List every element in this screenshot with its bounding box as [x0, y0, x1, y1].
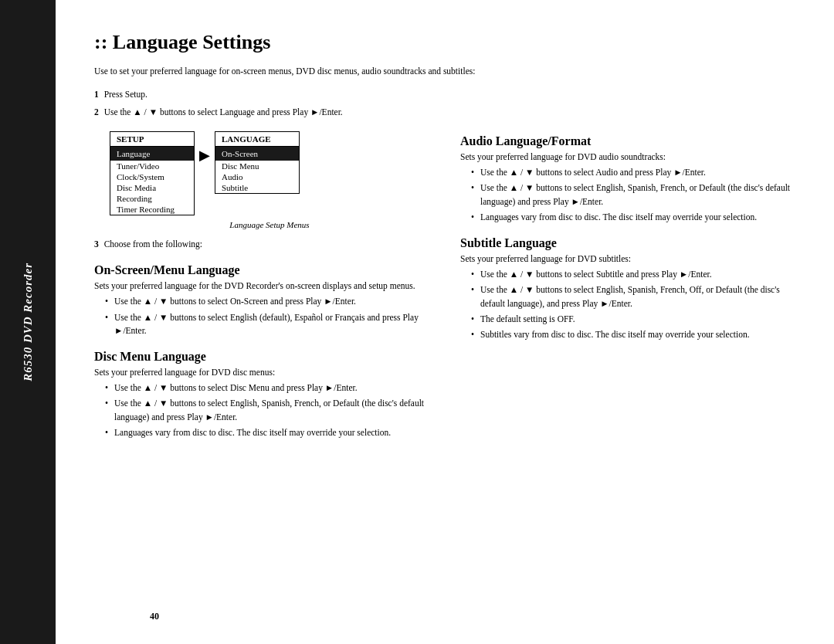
disc-menu-title: Disc Menu Language	[94, 350, 429, 364]
setup-item-1: Tuner/Video	[110, 161, 194, 171]
setup-item-2: Clock/System	[110, 171, 194, 182]
language-header: LANGUAGE	[215, 132, 299, 147]
setup-header: SETUP	[110, 132, 194, 147]
title-dots: ::	[94, 31, 107, 53]
setup-item-3: Disc Media	[110, 182, 194, 193]
language-item-3: Subtitle	[215, 182, 299, 193]
step1-text: Press Setup.	[104, 90, 147, 99]
onscreen-section: On-Screen/Menu Language Sets your prefer…	[94, 263, 429, 337]
subtitle-bullet-2: Use the ▲ / ▼ buttons to select English,…	[471, 283, 795, 310]
setup-item-5: Timer Recording	[110, 204, 194, 215]
intro-text: Use to set your preferred language for o…	[94, 65, 795, 78]
step-2: 2 Use the ▲ / ▼ buttons to select Langua…	[94, 105, 795, 119]
subtitle-bullet-1: Use the ▲ / ▼ buttons to select Subtitle…	[471, 268, 795, 281]
step-3: 3 Choose from the following:	[94, 237, 429, 251]
menu-arrow-icon: ▶	[199, 147, 210, 164]
subtitle-bullet-4: Subtitles vary from disc to disc. The di…	[471, 328, 795, 341]
onscreen-bullets: Use the ▲ / ▼ buttons to select On-Scree…	[94, 295, 429, 337]
step-1: 1 Press Setup.	[94, 87, 795, 101]
disc-menu-section: Disc Menu Language Sets your preferred l…	[94, 350, 429, 439]
page-number: 40	[150, 611, 159, 622]
subtitle-title: Subtitle Language	[460, 236, 795, 250]
menu-diagram: SETUP Language Tuner/Video Clock/System …	[110, 131, 429, 215]
subtitle-bullets: Use the ▲ / ▼ buttons to select Subtitle…	[460, 268, 795, 341]
page-title-area: :: Language Settings	[94, 31, 795, 54]
main-content: :: Language Settings Use to set your pre…	[56, 0, 834, 644]
sidebar-label: R6530 DVD Recorder	[22, 263, 35, 381]
step2-num: 2	[94, 107, 99, 117]
subtitle-subtitle: Sets your preferred language for DVD sub…	[460, 254, 795, 263]
language-menu-box: LANGUAGE On-Screen Disc Menu Audio Subti…	[215, 131, 300, 194]
audio-bullet-3: Languages vary from disc to disc. The di…	[471, 211, 795, 224]
setup-menu-box: SETUP Language Tuner/Video Clock/System …	[110, 131, 195, 215]
audio-section: Audio Language/Format Sets your preferre…	[460, 134, 795, 224]
title-main: Language Settings	[107, 31, 270, 53]
setup-selected: Language	[110, 147, 194, 161]
onscreen-bullet-2: Use the ▲ / ▼ buttons to select English …	[105, 311, 429, 338]
disc-menu-bullet-2: Use the ▲ / ▼ buttons to select English,…	[105, 397, 429, 424]
step2-text: Use the ▲ / ▼ buttons to select Language…	[104, 107, 343, 117]
audio-bullet-1: Use the ▲ / ▼ buttons to select Audio an…	[471, 166, 795, 179]
audio-subtitle: Sets your preferred language for DVD aud…	[460, 152, 795, 161]
step1-num: 1	[94, 90, 99, 99]
disc-menu-bullets: Use the ▲ / ▼ buttons to select Disc Men…	[94, 381, 429, 439]
audio-title: Audio Language/Format	[460, 134, 795, 148]
subtitle-bullet-3: The default setting is OFF.	[471, 313, 795, 326]
disc-menu-bullet-3: Languages vary from disc to disc. The di…	[105, 426, 429, 439]
disc-menu-subtitle: Sets your preferred language for DVD dis…	[94, 368, 429, 377]
language-item-2: Audio	[215, 171, 299, 182]
right-column: Audio Language/Format Sets your preferre…	[460, 122, 795, 446]
audio-bullets: Use the ▲ / ▼ buttons to select Audio an…	[460, 166, 795, 224]
disc-menu-bullet-1: Use the ▲ / ▼ buttons to select Disc Men…	[105, 381, 429, 395]
step3-num: 3	[94, 239, 99, 249]
audio-bullet-2: Use the ▲ / ▼ buttons to select English,…	[471, 181, 795, 208]
two-columns: SETUP Language Tuner/Video Clock/System …	[94, 122, 795, 446]
sidebar: R6530 DVD Recorder	[0, 0, 56, 644]
left-column: SETUP Language Tuner/Video Clock/System …	[94, 122, 429, 446]
step3-text: Choose from the following:	[104, 239, 202, 249]
subtitle-section: Subtitle Language Sets your preferred la…	[460, 236, 795, 341]
language-item-1: Disc Menu	[215, 161, 299, 171]
onscreen-bullet-1: Use the ▲ / ▼ buttons to select On-Scree…	[105, 295, 429, 308]
page-title: :: Language Settings	[94, 31, 270, 53]
language-selected: On-Screen	[215, 147, 299, 161]
intro-section: Use to set your preferred language for o…	[94, 65, 795, 119]
setup-item-4: Recording	[110, 193, 194, 204]
diagram-caption: Language Setup Menus	[110, 220, 429, 229]
onscreen-subtitle: Sets your preferred language for the DVD…	[94, 281, 429, 290]
onscreen-title: On-Screen/Menu Language	[94, 263, 429, 277]
